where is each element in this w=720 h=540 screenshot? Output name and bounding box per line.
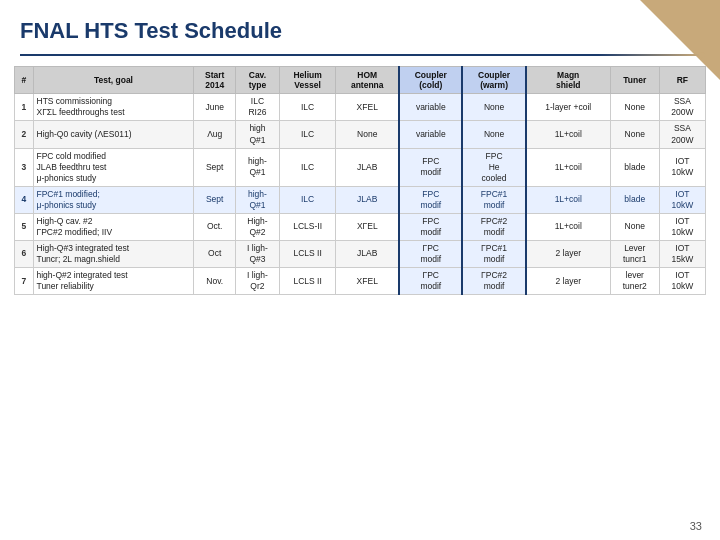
- cell-helium: ILC: [279, 94, 336, 121]
- cell-cav-type: High-Q#2: [236, 213, 280, 240]
- cell-tuner: blade: [610, 186, 659, 213]
- cell-tuner: Levertuncr1: [610, 240, 659, 267]
- cell-tuner: levertuner2: [610, 267, 659, 294]
- cell-helium: ILC: [279, 121, 336, 148]
- cell-tuner: blade: [610, 148, 659, 186]
- cell-rf: SSA200W: [659, 121, 705, 148]
- table-row: 3FPC cold modifiedJLAB feedthru testμ-ph…: [15, 148, 706, 186]
- cell-start: Sept: [194, 148, 236, 186]
- cell-test-goal: HTS commissioningXΓΣL feedthroughs test: [33, 94, 194, 121]
- cell-coupler-cold: FPCmodif: [399, 186, 462, 213]
- cell-helium: LCLS-II: [279, 213, 336, 240]
- table-container: # Test, goal Start2014 Cav.type HeliumVe…: [0, 62, 720, 299]
- cell-rf: IOT10kW: [659, 213, 705, 240]
- cell-magn: 1L+coil: [526, 186, 611, 213]
- cell-cav-type: high-Q#1: [236, 186, 280, 213]
- cell-cav-type: I ligh-Qr2: [236, 267, 280, 294]
- page-number: 33: [690, 520, 702, 532]
- page-title: FNAL HTS Test Schedule: [20, 18, 700, 44]
- cell-num: 5: [15, 213, 34, 240]
- col-header-num: #: [15, 67, 34, 94]
- col-header-magn: Magnshield: [526, 67, 611, 94]
- cell-test-goal: FPC cold modifiedJLAB feedthru testμ-pho…: [33, 148, 194, 186]
- table-row: 7high-Q#2 integrated testTuner reliabili…: [15, 267, 706, 294]
- cell-cav-type: ILCRI26: [236, 94, 280, 121]
- table-row: 5High-Q cav. #2ΓPC#2 modified; IIVOct.Hi…: [15, 213, 706, 240]
- table-row: 6High-Q#3 integrated testTuncr; 2L magn.…: [15, 240, 706, 267]
- cell-coupler-warm: None: [462, 94, 525, 121]
- col-header-coupler-warm: Coupler(warm): [462, 67, 525, 94]
- page: FNAL HTS Test Schedule # Test, goal Star…: [0, 0, 720, 540]
- cell-magn: 1L+coil: [526, 121, 611, 148]
- cell-coupler-cold: ΓPCmodif: [399, 267, 462, 294]
- table-row: 1HTS commissioningXΓΣL feedthroughs test…: [15, 94, 706, 121]
- cell-start: Oct.: [194, 213, 236, 240]
- cell-tuner: None: [610, 213, 659, 240]
- cell-coupler-warm: FPC#1modif: [462, 186, 525, 213]
- cell-hom: XFEL: [336, 267, 399, 294]
- cell-cav-type: I ligh-Q#3: [236, 240, 280, 267]
- cell-coupler-cold: FPCmodif: [399, 148, 462, 186]
- table-row: 4FPC#1 modified;μ-phonics studySepthigh-…: [15, 186, 706, 213]
- cell-hom: XΓEL: [336, 213, 399, 240]
- table-row: 2High-Q0 cavity (ΛES011)ΛughighQ#1ILCNon…: [15, 121, 706, 148]
- cell-rf: IOT10kW: [659, 267, 705, 294]
- cell-start: Sept: [194, 186, 236, 213]
- cell-helium: ILC: [279, 186, 336, 213]
- cell-num: 7: [15, 267, 34, 294]
- cell-num: 1: [15, 94, 34, 121]
- cell-hom: JLAB: [336, 148, 399, 186]
- cell-hom: JLAB: [336, 240, 399, 267]
- col-header-coupler-cold: Coupler(cold): [399, 67, 462, 94]
- schedule-table: # Test, goal Start2014 Cav.type HeliumVe…: [14, 66, 706, 295]
- cell-coupler-warm: FPCHecooled: [462, 148, 525, 186]
- cell-coupler-cold: FPCmodif: [399, 213, 462, 240]
- cell-coupler-cold: variable: [399, 121, 462, 148]
- cell-helium: LCLS II: [279, 240, 336, 267]
- col-header-helium: HeliumVessel: [279, 67, 336, 94]
- cell-test-goal: High-Q cav. #2ΓPC#2 modified; IIV: [33, 213, 194, 240]
- cell-magn: 1L+coil: [526, 213, 611, 240]
- cell-tuner: None: [610, 121, 659, 148]
- cell-start: Nov.: [194, 267, 236, 294]
- header: FNAL HTS Test Schedule: [0, 0, 720, 50]
- cell-start: Oct: [194, 240, 236, 267]
- cell-rf: IOT10kW: [659, 186, 705, 213]
- cell-coupler-cold: variable: [399, 94, 462, 121]
- cell-cav-type: highQ#1: [236, 121, 280, 148]
- cell-start: Λug: [194, 121, 236, 148]
- col-header-cav-type: Cav.type: [236, 67, 280, 94]
- header-divider: [20, 54, 700, 56]
- cell-num: 2: [15, 121, 34, 148]
- cell-cav-type: high-Q#1: [236, 148, 280, 186]
- cell-coupler-cold: ΓPCmodif: [399, 240, 462, 267]
- cell-test-goal: High-Q#3 integrated testTuncr; 2L magn.s…: [33, 240, 194, 267]
- cell-hom: None: [336, 121, 399, 148]
- cell-magn: 2 layer: [526, 267, 611, 294]
- table-header-row: # Test, goal Start2014 Cav.type HeliumVe…: [15, 67, 706, 94]
- cell-test-goal: FPC#1 modified;μ-phonics study: [33, 186, 194, 213]
- cell-coupler-warm: ΓPC#1modif: [462, 240, 525, 267]
- cell-magn: 2 layer: [526, 240, 611, 267]
- cell-helium: ILC: [279, 148, 336, 186]
- cell-rf: IOT15kW: [659, 240, 705, 267]
- cell-magn: 1-layer +coil: [526, 94, 611, 121]
- cell-tuner: None: [610, 94, 659, 121]
- cell-coupler-warm: ΓPC#2modif: [462, 267, 525, 294]
- cell-magn: 1L+coil: [526, 148, 611, 186]
- corner-decoration: [640, 0, 720, 80]
- cell-hom: XFEL: [336, 94, 399, 121]
- cell-rf: SSA200W: [659, 94, 705, 121]
- cell-start: June: [194, 94, 236, 121]
- cell-test-goal: high-Q#2 integrated testTuner reliabilit…: [33, 267, 194, 294]
- cell-hom: JLAB: [336, 186, 399, 213]
- cell-test-goal: High-Q0 cavity (ΛES011): [33, 121, 194, 148]
- col-header-hom: HOMantenna: [336, 67, 399, 94]
- cell-coupler-warm: None: [462, 121, 525, 148]
- cell-num: 3: [15, 148, 34, 186]
- cell-rf: IOT10kW: [659, 148, 705, 186]
- cell-coupler-warm: FPC#2modif: [462, 213, 525, 240]
- cell-helium: LCLS II: [279, 267, 336, 294]
- cell-num: 6: [15, 240, 34, 267]
- col-header-test-goal: Test, goal: [33, 67, 194, 94]
